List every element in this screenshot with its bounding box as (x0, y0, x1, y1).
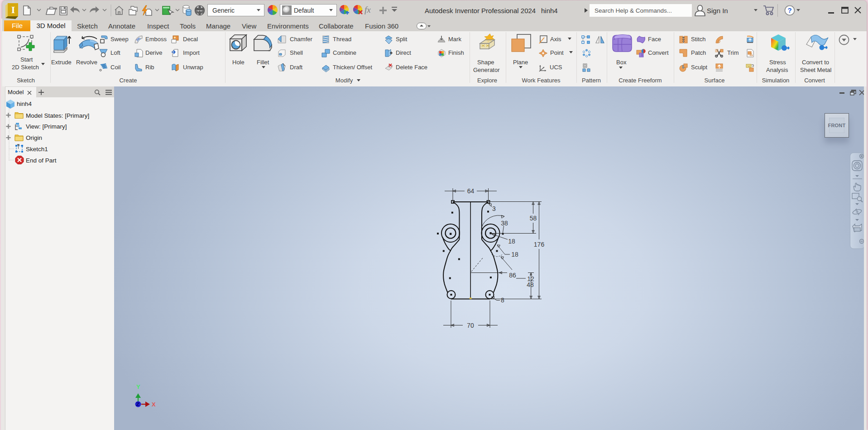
svg-text:Y: Y (136, 383, 140, 390)
svg-text:I: I (11, 4, 15, 15)
svg-text:?: ? (787, 6, 791, 14)
svg-text:View: [Primary]: View: [Primary] (26, 123, 67, 130)
svg-text:hinh4: hinh4 (17, 100, 32, 107)
svg-text:48: 48 (527, 281, 534, 288)
svg-text:64: 64 (467, 187, 475, 195)
svg-text:18: 18 (508, 238, 515, 245)
svg-text:X: X (152, 401, 156, 408)
svg-text:70: 70 (467, 322, 474, 329)
svg-text:18: 18 (511, 251, 518, 258)
svg-text:3: 3 (492, 205, 496, 212)
svg-text:8: 8 (501, 296, 504, 304)
svg-text:86: 86 (509, 272, 516, 279)
svg-text:58: 58 (530, 215, 537, 222)
svg-text:38: 38 (501, 220, 508, 227)
svg-text:End of Part: End of Part (26, 157, 57, 164)
svg-text:Origin: Origin (26, 134, 42, 141)
svg-text:Model States: [Primary]: Model States: [Primary] (26, 112, 89, 119)
svg-text:Sketch1: Sketch1 (26, 146, 48, 153)
svg-text:176: 176 (534, 241, 545, 248)
